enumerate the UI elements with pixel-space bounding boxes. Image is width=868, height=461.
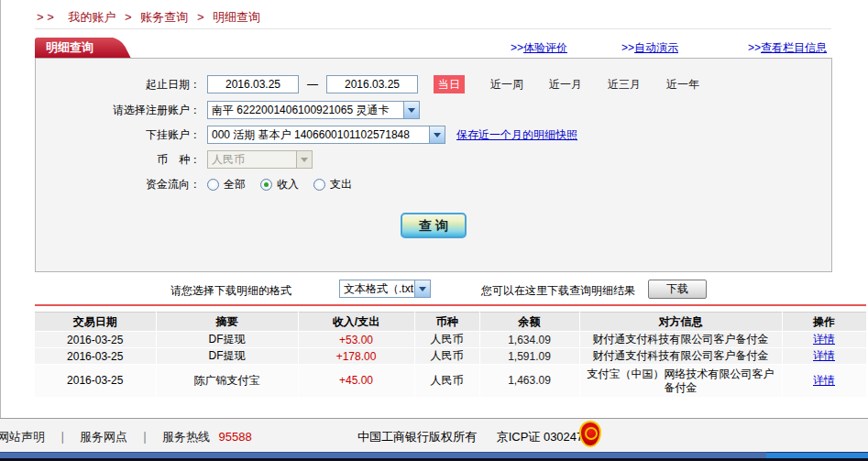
col-date: 交易日期 (35, 313, 156, 332)
breadcrumb: > > 我的账户 > 账务查询 > 明细查询 (37, 9, 260, 26)
download-format-select[interactable]: 文本格式（.txt） (339, 280, 431, 298)
download-row: 请您选择下载明细的格式 文本格式（.txt） 您可以在这里下载查询明细结果 下载 (0, 280, 868, 300)
col-summary: 摘要 (156, 313, 298, 332)
link-auto-demo[interactable]: >>自动演示 (621, 40, 678, 56)
bottom-bar (0, 452, 868, 461)
table-row: 2016-03-25 陈广锦支付宝 +45.00 人民币 1,463.09 支付… (35, 365, 866, 398)
radio-icon[interactable] (207, 179, 219, 191)
fund-flow-label: 资金流向： (36, 177, 207, 192)
breadcrumb-prefix: > > (37, 10, 54, 24)
detail-link[interactable]: 详情 (813, 333, 835, 346)
date-range-label: 起止日期： (36, 77, 207, 93)
flow-option-expense[interactable]: 支出 (313, 177, 352, 192)
col-counterparty: 对方信息 (579, 313, 782, 332)
breadcrumb-my-account[interactable]: 我的账户 (68, 10, 115, 24)
tab-detail-query: 明细查询 (35, 38, 114, 58)
table-row: 2016-03-25 DF提现 +53.00 人民币 1,634.09 财付通支… (35, 332, 866, 348)
icp-shield-badge-icon[interactable] (579, 421, 601, 447)
register-account-select[interactable]: 南平 6222001406100921065 灵通卡 (207, 101, 420, 119)
fund-flow-options: 全部 收入 支出 (207, 177, 352, 192)
table-row: 2016-03-25 DF提现 +178.00 人民币 1,591.09 财付通… (35, 348, 866, 365)
currency-select: 人民币 (207, 150, 313, 169)
detail-link[interactable]: 详情 (813, 349, 835, 362)
query-button-row: 查 询 (36, 213, 831, 238)
download-format-label: 请您选择下载明细的格式 (170, 283, 291, 299)
currency-row: 币 种： 人民币 (36, 149, 831, 170)
download-button[interactable]: 下载 (648, 280, 707, 299)
register-account-label: 请选择注册账户： (36, 103, 207, 118)
breadcrumb-separator: > (125, 10, 132, 24)
col-balance: 余额 (479, 313, 579, 332)
footer-links: 网站声明 ｜ 服务网点 ｜ 服务热线 95588 (0, 429, 252, 445)
col-action: 操作 (782, 313, 866, 332)
breadcrumb-separator: > (197, 10, 204, 24)
footer: 网站声明 ｜ 服务网点 ｜ 服务热线 95588 中国工商银行版权所有 京ICP… (0, 418, 868, 452)
chevron-down-icon[interactable] (414, 280, 430, 297)
currency-label: 币 种： (36, 152, 207, 168)
transaction-table: 交易日期 摘要 收入/支出 币种 余额 对方信息 操作 2016-03-25 D… (35, 312, 867, 398)
link-experience-rating[interactable]: >>体验评价 (511, 40, 567, 56)
footer-hotline-number: 95588 (219, 430, 252, 444)
quick-range-month[interactable]: 近一月 (549, 77, 582, 93)
link-view-column-info[interactable]: >>查看栏目信息 (748, 40, 827, 56)
flow-option-all[interactable]: 全部 (207, 177, 246, 192)
quick-range-quarter[interactable]: 近三月 (608, 77, 641, 93)
fund-flow-row: 资金流向： 全部 收入 支出 (36, 174, 831, 194)
query-button[interactable]: 查 询 (401, 213, 467, 238)
tab-title: 明细查询 (46, 40, 93, 54)
sub-account-label: 下挂账户： (36, 127, 207, 143)
date-to-input[interactable] (326, 75, 418, 93)
quick-range-year[interactable]: 近一年 (666, 77, 699, 93)
chevron-down-icon[interactable] (403, 102, 419, 118)
table-header-row: 交易日期 摘要 收入/支出 币种 余额 对方信息 操作 (35, 313, 866, 332)
sub-account-select[interactable]: 000 活期 基本户 1406600101102571848 (207, 126, 445, 144)
footer-hotline-label: 服务热线 (162, 430, 210, 444)
footer-site-statement-link[interactable]: 网站声明 (0, 430, 45, 444)
col-currency: 币种 (414, 313, 479, 332)
breadcrumb-account-query[interactable]: 账务查询 (140, 10, 188, 24)
date-from-input[interactable] (207, 75, 299, 93)
date-range-row: 起止日期： — 当日 近一周 近一月 近三月 近一年 (36, 74, 831, 94)
page-left-edge (0, 0, 1, 461)
radio-checked-icon[interactable] (260, 179, 272, 191)
quick-range-today[interactable]: 当日 (434, 75, 465, 93)
col-amount: 收入/支出 (298, 313, 414, 332)
sub-account-row: 下挂账户： 000 活期 基本户 1406600101102571848 保存近… (36, 125, 831, 145)
save-monthly-snapshot-link[interactable]: 保存近一个月的明细快照 (456, 127, 577, 143)
chevron-down-icon[interactable] (429, 126, 445, 143)
breadcrumb-detail-query[interactable]: 明细查询 (213, 10, 260, 24)
radio-icon[interactable] (313, 179, 325, 191)
quick-range-week[interactable]: 近一周 (490, 77, 523, 93)
download-hint: 您可以在这里下载查询明细结果 (481, 283, 635, 299)
flow-option-income[interactable]: 收入 (260, 177, 299, 192)
footer-copyright: 中国工商银行版权所有 京ICP证 030247号 (357, 429, 595, 445)
breadcrumb-divider (35, 28, 831, 29)
detail-link[interactable]: 详情 (813, 374, 835, 387)
date-dash: — (307, 78, 318, 91)
footer-service-branches-link[interactable]: 服务网点 (80, 430, 127, 444)
table-top-rule (35, 304, 866, 306)
register-account-row: 请选择注册账户： 南平 6222001406100921065 灵通卡 (36, 100, 831, 120)
chevron-down-icon (296, 151, 312, 168)
query-form-panel: 起止日期： — 当日 近一周 近一月 近三月 近一年 请选择注册账户： 南平 6… (35, 58, 832, 272)
